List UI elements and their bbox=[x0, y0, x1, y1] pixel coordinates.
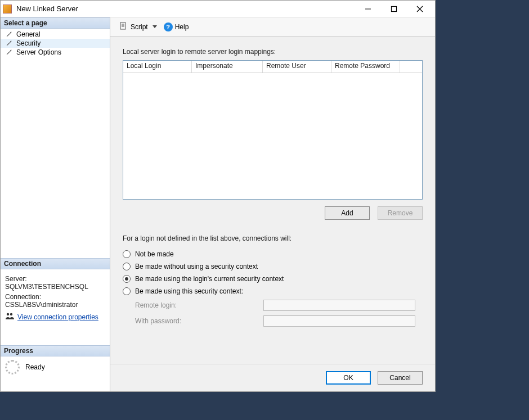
titlebar: New Linked Server bbox=[1, 1, 435, 17]
col-impersonate[interactable]: Impersonate bbox=[192, 61, 263, 73]
sidebar-item-security[interactable]: Security bbox=[1, 39, 110, 48]
remote-login-input bbox=[263, 300, 415, 311]
svg-point-4 bbox=[7, 313, 9, 315]
sidebar-item-label: Server Options bbox=[16, 48, 61, 56]
view-connection-properties-link[interactable]: View connection properties bbox=[17, 313, 98, 321]
with-password-label: With password: bbox=[135, 317, 259, 325]
svg-rect-6 bbox=[120, 22, 125, 29]
sidebar-item-server-options[interactable]: Server Options bbox=[1, 48, 110, 57]
radio-label: Be made without using a security context bbox=[135, 263, 258, 270]
maximize-icon bbox=[391, 6, 397, 12]
svg-point-5 bbox=[10, 313, 12, 315]
radio-current-security-context[interactable]: Be made using the login's current securi… bbox=[123, 275, 423, 283]
radio-label: Not be made bbox=[135, 250, 174, 258]
col-local-login[interactable]: Local Login bbox=[123, 61, 192, 73]
progress-ring-icon bbox=[5, 360, 20, 374]
sidebar: Select a page General Security bbox=[1, 17, 110, 391]
grid-body[interactable] bbox=[123, 73, 422, 199]
remove-button: Remove bbox=[378, 206, 423, 220]
radio-icon bbox=[123, 287, 131, 295]
wrench-icon bbox=[5, 39, 13, 47]
sidebar-item-general[interactable]: General bbox=[1, 30, 110, 39]
radio-this-security-context[interactable]: Be made using this security context: bbox=[123, 287, 423, 295]
radio-icon bbox=[123, 250, 131, 258]
radio-icon bbox=[123, 275, 131, 283]
grid-header: Local Login Impersonate Remote User Remo… bbox=[123, 61, 422, 73]
col-remote-user[interactable]: Remote User bbox=[263, 61, 331, 73]
people-icon bbox=[5, 312, 14, 322]
maximize-button[interactable] bbox=[381, 1, 407, 17]
window-title: New Linked Server bbox=[16, 4, 355, 13]
main-pane: Script ? Help Local server login to remo… bbox=[110, 17, 435, 391]
wrench-icon bbox=[5, 30, 13, 38]
col-spacer bbox=[400, 61, 422, 73]
minimize-button[interactable] bbox=[355, 1, 381, 17]
page-list: General Security Server Options bbox=[1, 29, 110, 59]
help-button[interactable]: ? Help bbox=[164, 22, 189, 31]
col-remote-password[interactable]: Remote Password bbox=[331, 61, 400, 73]
svg-rect-1 bbox=[392, 6, 397, 11]
connection-label: Connection: bbox=[5, 293, 105, 301]
ok-button[interactable]: OK bbox=[326, 371, 371, 385]
help-icon: ? bbox=[164, 22, 173, 31]
login-mappings-grid[interactable]: Local Login Impersonate Remote User Remo… bbox=[123, 60, 423, 200]
content-area: Local server login to remote server logi… bbox=[110, 37, 435, 364]
minimize-icon bbox=[365, 6, 371, 12]
server-value: SQLVM3\TESTBENCHSQL bbox=[5, 283, 105, 291]
grid-buttons: Add Remove bbox=[123, 200, 423, 220]
toolbar: Script ? Help bbox=[110, 17, 435, 37]
mappings-label: Local server login to remote server logi… bbox=[123, 48, 423, 56]
script-dropdown[interactable]: Script bbox=[116, 20, 160, 33]
radio-label: Be made using this security context: bbox=[135, 287, 243, 295]
connection-info: Server: SQLVM3\TESTBENCHSQL Connection: … bbox=[1, 269, 110, 325]
chevron-down-icon bbox=[153, 25, 157, 28]
close-icon bbox=[416, 6, 423, 12]
progress-status: Ready bbox=[25, 363, 45, 371]
dialog-window: New Linked Server Select a page General bbox=[0, 0, 436, 392]
radio-label: Be made using the login's current securi… bbox=[135, 275, 284, 283]
sidebar-item-label: General bbox=[16, 30, 41, 38]
dialog-body: Select a page General Security bbox=[1, 17, 435, 391]
wrench-icon bbox=[5, 48, 13, 56]
dialog-footer: OK Cancel bbox=[110, 364, 435, 391]
radio-not-be-made[interactable]: Not be made bbox=[123, 250, 423, 258]
radio-icon bbox=[123, 263, 131, 270]
connection-header: Connection bbox=[1, 258, 110, 269]
help-label: Help bbox=[175, 23, 189, 31]
progress-block: Ready bbox=[1, 356, 110, 378]
undefined-login-label: For a login not defined in the list abov… bbox=[123, 234, 423, 242]
with-password-row: With password: bbox=[135, 315, 423, 327]
progress-header: Progress bbox=[1, 345, 110, 356]
remote-login-row: Remote login: bbox=[135, 300, 423, 311]
with-password-input bbox=[263, 315, 415, 327]
connection-value: CSSLABS\Administrator bbox=[5, 301, 105, 309]
select-page-header: Select a page bbox=[1, 17, 110, 29]
cancel-button[interactable]: Cancel bbox=[378, 371, 423, 385]
close-button[interactable] bbox=[407, 1, 433, 17]
app-icon bbox=[3, 4, 12, 13]
radio-no-security-context[interactable]: Be made without using a security context bbox=[123, 263, 423, 270]
window-controls bbox=[355, 1, 433, 17]
script-icon bbox=[119, 22, 127, 31]
add-button[interactable]: Add bbox=[325, 206, 370, 220]
remote-login-label: Remote login: bbox=[135, 301, 259, 309]
sidebar-item-label: Security bbox=[16, 39, 41, 47]
script-label: Script bbox=[131, 23, 148, 31]
server-label: Server: bbox=[5, 275, 105, 283]
